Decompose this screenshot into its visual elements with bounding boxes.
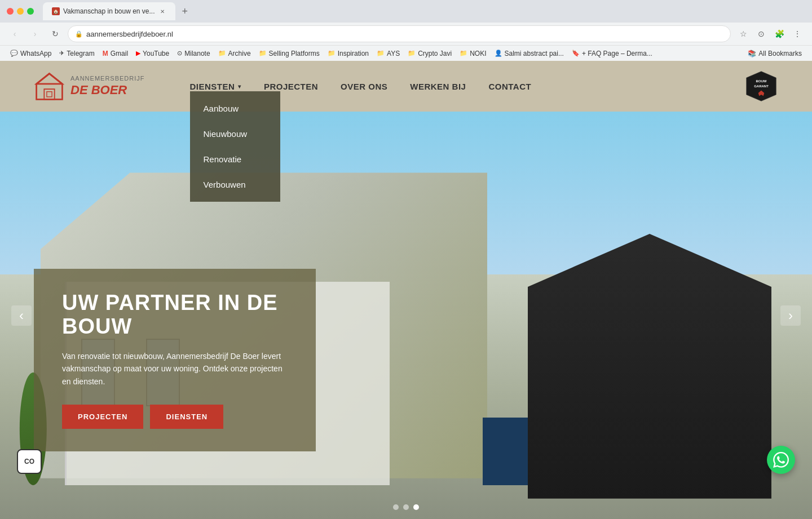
chevron-down-icon: ▾ — [238, 83, 241, 90]
diensten-button[interactable]: DIENSTEN — [150, 405, 223, 429]
milanote-icon: ⊙ — [177, 50, 182, 57]
carousel-dot-3[interactable] — [413, 504, 419, 510]
hero-title: UW PARTNER IN DE BOUW — [62, 291, 288, 339]
youtube-icon: ▶ — [136, 50, 140, 57]
carousel-prev-button[interactable]: ‹ — [11, 305, 32, 326]
bookmark-label: Gmail — [111, 50, 128, 57]
nav-diensten[interactable]: DIENSTEN ▾ — [190, 82, 241, 91]
whatsapp-icon: 💬 — [10, 50, 18, 57]
bookmark-noki[interactable]: 📁 NOKI — [456, 48, 489, 59]
logo-house-icon — [34, 71, 65, 102]
nav-diensten-label: DIENSTEN — [190, 82, 235, 91]
gmail-icon: M — [103, 50, 108, 57]
whatsapp-button[interactable] — [767, 446, 795, 474]
whatsapp-icon — [773, 452, 789, 468]
bookmark-salmi[interactable]: 👤 Salmi abstract pai... — [491, 48, 567, 59]
tab-bar: 🏠 Vakmanschap in bouw en ve... ✕ + — [43, 2, 789, 20]
browser-titlebar: 🏠 Vakmanschap in bouw en ve... ✕ + — [0, 0, 812, 23]
faq-icon: 🔖 — [572, 50, 580, 57]
tab-favicon: 🏠 — [52, 7, 60, 15]
address-bar[interactable]: 🔒 aannemersbedrijfdeboer.nl — [68, 25, 731, 42]
co-badge[interactable]: CO — [17, 449, 42, 474]
folder-icon-3: 📁 — [328, 50, 336, 57]
nav-over-ons[interactable]: OVER ONS — [341, 82, 387, 91]
settings-icon[interactable]: ⋮ — [789, 26, 805, 42]
new-tab-button[interactable]: + — [178, 6, 193, 17]
website-content: AANNEMERSBEDRIJF DE BOER DIENSTEN ▾ Aanb… — [0, 61, 812, 519]
back-button[interactable]: ‹ — [7, 26, 23, 42]
bookmark-crypto-javi[interactable]: 📁 Crypto Javi — [404, 48, 455, 59]
co-badge-text: CO — [24, 458, 34, 465]
reload-button[interactable]: ↻ — [47, 26, 63, 42]
bouw-garant-logo: BOUW GARANT — [744, 69, 778, 103]
folder-icon: 📁 — [218, 50, 226, 57]
site-logo[interactable]: AANNEMERSBEDRIJF DE BOER — [34, 71, 145, 102]
folder-icon-6: 📁 — [460, 50, 467, 57]
toolbar-icons: ☆ ⊙ 🧩 ⋮ — [735, 26, 805, 42]
dropdown-aanbouw[interactable]: Aanbouw — [190, 96, 280, 121]
hero-section: UW PARTNER IN DE BOUW Van renovatie tot … — [0, 112, 812, 519]
browser-window: 🏠 Vakmanschap in bouw en ve... ✕ + ‹ › ↻… — [0, 0, 812, 61]
bookmark-archive[interactable]: 📁 Archive — [215, 48, 254, 59]
bookmarks-bar: 💬 WhatsApp ✈ Telegram M Gmail ▶ YouTube … — [0, 45, 812, 61]
all-bookmarks-button[interactable]: 📚 All Bookmarks — [744, 48, 805, 59]
svg-text:GARANT: GARANT — [754, 85, 769, 88]
svg-marker-1 — [37, 73, 63, 83]
projecten-button[interactable]: PROJECTEN — [62, 405, 143, 429]
svg-rect-2 — [44, 89, 54, 99]
dropdown-nieuwbouw[interactable]: Nieuwbouw — [190, 121, 280, 147]
folder-icon-2: 📁 — [259, 50, 267, 57]
bookmark-milanote[interactable]: ⊙ Milanote — [174, 48, 213, 59]
carousel-next-button[interactable]: › — [780, 305, 801, 326]
bookmark-faq[interactable]: 🔖 + FAQ Page – Derma... — [568, 48, 656, 59]
minimize-button[interactable] — [17, 8, 24, 15]
bookmark-label: Selling Platforms — [269, 50, 320, 57]
bookmark-inspiration[interactable]: 📁 Inspiration — [324, 48, 372, 59]
carousel-dot-1[interactable] — [393, 504, 399, 510]
folder-icon-5: 📁 — [408, 50, 416, 57]
bookmark-whatsapp[interactable]: 💬 WhatsApp — [7, 48, 55, 59]
active-tab[interactable]: 🏠 Vakmanschap in bouw en ve... ✕ — [43, 2, 175, 20]
bookmark-label: + FAQ Page – Derma... — [582, 50, 652, 57]
carousel-dot-2[interactable] — [403, 504, 409, 510]
tab-title: Vakmanschap in bouw en ve... — [63, 7, 155, 15]
bookmark-star-icon[interactable]: ☆ — [735, 26, 751, 42]
main-nav: DIENSTEN ▾ Aanbouw Nieuwbouw Renovatie V… — [190, 69, 778, 103]
close-button[interactable] — [7, 8, 14, 15]
bookmark-label: YouTube — [143, 50, 169, 57]
forward-button[interactable]: › — [27, 26, 43, 42]
maximize-button[interactable] — [27, 8, 34, 15]
folder-icon-4: 📁 — [377, 50, 385, 57]
bookmark-label: WhatsApp — [20, 50, 51, 57]
window-controls — [7, 8, 34, 15]
company-name: DE BOER — [70, 83, 145, 97]
dropdown-verbouwen[interactable]: Verbouwen — [190, 172, 280, 197]
person-icon: 👤 — [495, 50, 502, 57]
extension-icon[interactable]: 🧩 — [771, 26, 787, 42]
bookmark-label: Archive — [228, 50, 251, 57]
diensten-dropdown: Aanbouw Nieuwbouw Renovatie Verbouwen — [190, 91, 280, 202]
profile-icon[interactable]: ⊙ — [753, 26, 769, 42]
bookmark-label: Inspiration — [338, 50, 369, 57]
site-header: AANNEMERSBEDRIJF DE BOER DIENSTEN ▾ Aanb… — [0, 61, 812, 112]
bookmark-ays[interactable]: 📁 AYS — [373, 48, 403, 59]
bookmark-selling-platforms[interactable]: 📁 Selling Platforms — [255, 48, 323, 59]
nav-projecten[interactable]: PROJECTEN — [264, 82, 318, 91]
bookmark-gmail[interactable]: M Gmail — [99, 48, 131, 59]
bookmark-label: AYS — [387, 50, 400, 57]
svg-text:BOUW: BOUW — [756, 79, 767, 83]
bookmark-telegram[interactable]: ✈ Telegram — [56, 48, 98, 59]
bookmark-label: Salmi abstract pai... — [505, 50, 564, 57]
carousel-indicators — [393, 504, 419, 510]
hero-buttons: PROJECTEN DIENSTEN — [62, 405, 288, 429]
logo-text-block: AANNEMERSBEDRIJF DE BOER — [70, 75, 145, 97]
dropdown-renovatie[interactable]: Renovatie — [190, 147, 280, 172]
nav-contact[interactable]: CONTACT — [488, 82, 531, 91]
bookmark-youtube[interactable]: ▶ YouTube — [133, 48, 173, 59]
nav-werken-bij[interactable]: WERKEN BIJ — [410, 82, 466, 91]
bookmark-label: Crypto Javi — [418, 50, 452, 57]
tab-close-button[interactable]: ✕ — [158, 7, 166, 15]
bookmark-label: NOKI — [470, 50, 486, 57]
url-text: aannemersbedrijfdeboer.nl — [86, 30, 173, 38]
lock-icon: 🔒 — [75, 30, 83, 38]
